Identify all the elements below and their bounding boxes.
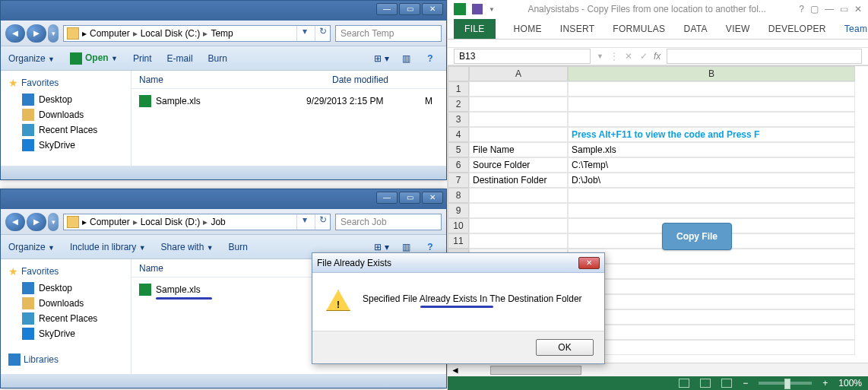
cell[interactable] xyxy=(469,127,568,142)
tab-file[interactable]: FILE xyxy=(454,19,496,39)
titlebar[interactable]: — ▭ ✕ xyxy=(1,1,446,21)
row-header[interactable]: 8 xyxy=(448,188,469,203)
enter-icon[interactable]: ✓ xyxy=(640,51,648,62)
tab-developer[interactable]: DEVELOPER xyxy=(768,24,826,34)
tab-formulas[interactable]: FORMULAS xyxy=(613,24,665,34)
favorites-item-recent[interactable]: Recent Places xyxy=(22,311,128,326)
cell[interactable] xyxy=(469,188,568,203)
cell[interactable] xyxy=(568,112,855,127)
cell[interactable]: C:\Temp\ xyxy=(568,157,855,173)
view-options-button[interactable]: ⊞ ▾ xyxy=(373,50,390,67)
zoom-slider[interactable] xyxy=(759,382,812,385)
cell[interactable]: File Name xyxy=(469,142,568,157)
help-button[interactable]: ? xyxy=(422,50,439,67)
column-name[interactable]: Name xyxy=(139,75,332,85)
tab-team[interactable]: Team xyxy=(844,24,868,34)
email-button[interactable]: E-mail xyxy=(167,53,193,64)
cell[interactable]: Sample.xls xyxy=(568,142,855,157)
row-header[interactable]: 10 xyxy=(448,218,469,233)
cell[interactable] xyxy=(568,294,855,309)
tab-insert[interactable]: INSERT xyxy=(560,24,595,34)
organize-button[interactable]: Organize ▼ xyxy=(8,53,55,64)
close-button[interactable]: ✕ xyxy=(422,192,443,204)
refresh-button[interactable]: ↻ xyxy=(315,26,330,41)
preview-pane-button[interactable]: ▥ xyxy=(398,50,414,67)
scrollbar-thumb[interactable] xyxy=(490,366,581,375)
cell[interactable] xyxy=(469,233,568,249)
row-header[interactable]: 11 xyxy=(448,233,469,249)
column-header[interactable]: B xyxy=(568,66,855,81)
breadcrumb-segment[interactable]: Local Disk (C:) xyxy=(141,28,201,39)
burn-button[interactable]: Burn xyxy=(208,53,227,64)
row-header[interactable]: 5 xyxy=(448,142,469,157)
msgbox-titlebar[interactable]: File Already Exists ✕ xyxy=(312,253,604,273)
cell[interactable] xyxy=(469,81,568,97)
organize-button[interactable]: Organize ▼ xyxy=(8,242,55,252)
excel-logo-icon[interactable] xyxy=(454,3,466,15)
ribbon-options-button[interactable]: ▢ xyxy=(810,4,819,14)
cell[interactable] xyxy=(568,188,855,203)
cell[interactable] xyxy=(568,340,855,355)
maximize-button[interactable]: ▭ xyxy=(399,3,420,15)
minimize-button[interactable]: — xyxy=(825,4,834,14)
back-button[interactable]: ◄ xyxy=(5,24,25,43)
close-button[interactable]: ✕ xyxy=(578,257,600,269)
tab-data[interactable]: DATA xyxy=(683,24,707,34)
libraries-header[interactable]: Libraries xyxy=(8,354,128,366)
cell[interactable] xyxy=(469,218,568,233)
search-input[interactable]: Search Temp xyxy=(335,25,442,42)
address-dropdown[interactable]: ▾ xyxy=(296,26,312,41)
back-button[interactable]: ◄ xyxy=(5,213,25,231)
address-bar[interactable]: ▸ Computer ▸ Local Disk (D:) ▸ Job ▾ ↻ xyxy=(63,214,331,230)
name-box[interactable]: B13 xyxy=(454,49,591,64)
favorites-item-skydrive[interactable]: SkyDrive xyxy=(22,138,128,153)
open-button[interactable]: Open ▼ xyxy=(70,52,118,65)
cell[interactable] xyxy=(568,264,855,279)
save-icon[interactable] xyxy=(472,4,483,14)
tab-home[interactable]: HOME xyxy=(514,24,542,34)
qat-dropdown[interactable]: ▼ xyxy=(489,6,495,13)
minimize-button[interactable]: — xyxy=(376,192,398,204)
row-header[interactable]: 2 xyxy=(448,97,469,112)
ok-button[interactable]: OK xyxy=(536,339,594,356)
cell[interactable]: Press Alt+F11 to view the code and Press… xyxy=(568,127,855,142)
cell[interactable] xyxy=(568,325,855,340)
print-button[interactable]: Print xyxy=(133,53,152,64)
favorites-item-desktop[interactable]: Desktop xyxy=(22,92,128,107)
cell[interactable]: D:\Job\ xyxy=(568,173,855,188)
cell[interactable] xyxy=(469,203,568,218)
close-button[interactable]: ✕ xyxy=(422,3,443,15)
search-input[interactable]: Search Job xyxy=(335,214,442,230)
zoom-level[interactable]: 100% xyxy=(838,378,862,388)
address-dropdown[interactable]: ▾ xyxy=(296,214,312,230)
favorites-item-skydrive[interactable]: SkyDrive xyxy=(22,326,128,341)
burn-button[interactable]: Burn xyxy=(229,242,248,252)
page-break-view-icon[interactable] xyxy=(721,379,732,388)
breadcrumb-segment[interactable]: Temp xyxy=(211,28,233,39)
cell[interactable] xyxy=(568,279,855,294)
titlebar[interactable]: — ▭ ✕ xyxy=(1,189,446,209)
row-header[interactable]: 1 xyxy=(448,81,469,97)
history-dropdown[interactable]: ▾ xyxy=(48,24,59,43)
column-headers[interactable]: Name Date modified xyxy=(131,71,446,89)
row-header[interactable]: 6 xyxy=(448,157,469,173)
include-button[interactable]: Include in library ▼ xyxy=(70,242,146,252)
breadcrumb-segment[interactable]: Computer xyxy=(90,217,130,227)
breadcrumb-segment[interactable]: Local Disk (D:) xyxy=(141,217,201,227)
cell[interactable] xyxy=(568,81,855,97)
file-row[interactable]: Sample.xls 9/29/2013 2:15 PM M xyxy=(139,95,439,107)
cell[interactable] xyxy=(469,97,568,112)
maximize-button[interactable]: ▭ xyxy=(399,192,420,204)
favorites-item-desktop[interactable]: Desktop xyxy=(22,281,128,296)
refresh-button[interactable]: ↻ xyxy=(315,214,330,230)
row-header[interactable]: 3 xyxy=(448,112,469,127)
fx-label[interactable]: fx xyxy=(654,51,661,62)
tab-view[interactable]: VIEW xyxy=(726,24,750,34)
column-header[interactable]: A xyxy=(469,66,568,81)
row-header[interactable]: 4 xyxy=(448,127,469,142)
zoom-in-button[interactable]: + xyxy=(822,378,828,388)
cancel-icon[interactable]: ✕ xyxy=(625,51,632,62)
favorites-item-downloads[interactable]: Downloads xyxy=(22,107,128,122)
formula-bar[interactable] xyxy=(667,49,862,64)
normal-view-icon[interactable] xyxy=(679,379,689,388)
